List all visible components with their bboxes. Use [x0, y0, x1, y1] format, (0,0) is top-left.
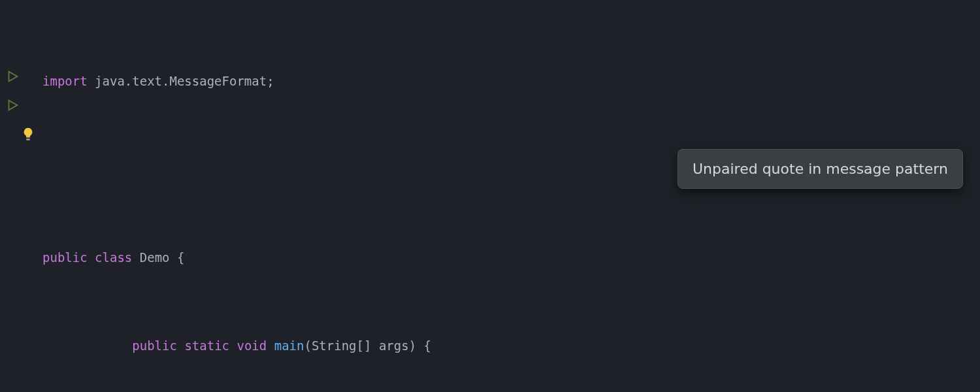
keyword-import: import — [42, 71, 88, 91]
code-area[interactable]: import java.text.MessageFormat; public c… — [36, 0, 980, 392]
keyword-static: static — [184, 336, 229, 355]
code-editor[interactable]: import java.text.MessageFormat; public c… — [0, 0, 980, 392]
gutter-line-2 — [0, 36, 36, 65]
param-args: args — [371, 336, 408, 355]
inspection-tooltip[interactable]: Unpaired quote in message pattern — [678, 149, 963, 189]
tooltip-text: Unpaired quote in message pattern — [693, 161, 948, 177]
gutter-line-7 — [0, 180, 36, 208]
gutter-line-5[interactable] — [0, 122, 36, 151]
keyword-void: void — [237, 336, 267, 355]
gutter-line-3[interactable] — [0, 65, 36, 93]
gutter-line-4[interactable] — [0, 93, 36, 122]
gutter-line-1 — [0, 7, 36, 36]
code-line[interactable]: import java.text.MessageFormat; — [36, 67, 980, 95]
class-name: Demo — [140, 248, 170, 267]
gutter-line-6 — [0, 151, 36, 180]
package-path: java.text.MessageFormat — [88, 71, 267, 91]
brace-open: { — [170, 248, 185, 267]
lightbulb-icon[interactable] — [21, 127, 35, 146]
run-icon[interactable] — [5, 69, 20, 89]
type-string: String — [312, 336, 357, 355]
gutter — [0, 0, 36, 392]
run-icon[interactable] — [5, 98, 20, 118]
code-line[interactable]: public class Demo { — [36, 244, 980, 272]
code-line[interactable]: public static void main(String[] args) { — [36, 332, 980, 361]
semicolon: ; — [267, 71, 274, 91]
method-main: main — [274, 336, 304, 355]
keyword-public: public — [42, 248, 88, 267]
keyword-class: class — [95, 248, 132, 267]
brace-open: { — [416, 336, 431, 355]
keyword-public: public — [132, 336, 177, 355]
